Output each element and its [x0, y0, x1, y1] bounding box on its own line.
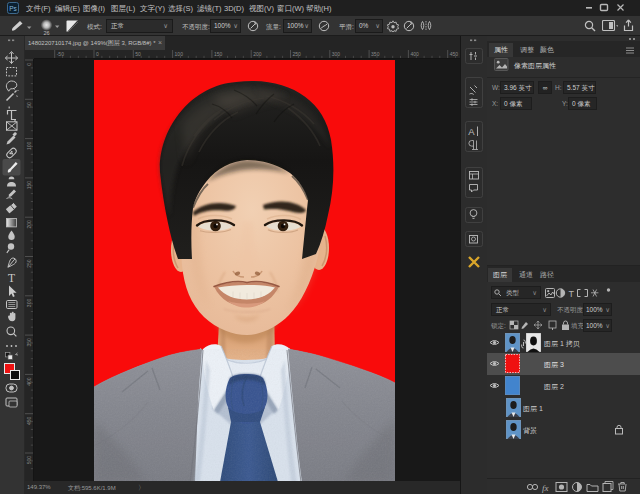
- svg-text:250: 250: [26, 259, 32, 268]
- svg-text:200: 200: [253, 51, 262, 57]
- svg-text:0: 0: [96, 51, 99, 57]
- svg-text:150: 150: [26, 181, 32, 190]
- svg-text:-50: -50: [57, 51, 64, 57]
- svg-text:300: 300: [332, 51, 341, 57]
- svg-text:Ps: Ps: [9, 5, 17, 12]
- svg-text:500: 500: [26, 456, 32, 465]
- svg-text:0: 0: [26, 63, 32, 66]
- svg-text:250: 250: [293, 51, 302, 57]
- svg-text:100: 100: [26, 141, 32, 150]
- svg-text:A: A: [468, 126, 475, 137]
- svg-text:150: 150: [214, 51, 223, 57]
- svg-text:450: 450: [450, 51, 459, 57]
- svg-text:T: T: [8, 272, 15, 284]
- svg-text:300: 300: [26, 299, 32, 308]
- svg-text:350: 350: [26, 338, 32, 347]
- svg-text:100: 100: [175, 51, 184, 57]
- svg-text:200: 200: [26, 220, 32, 229]
- svg-text:400: 400: [26, 377, 32, 386]
- svg-text:450: 450: [26, 416, 32, 425]
- svg-text:400: 400: [410, 51, 419, 57]
- svg-text:350: 350: [371, 51, 380, 57]
- svg-text:fx: fx: [542, 483, 549, 493]
- svg-text:26: 26: [43, 30, 49, 36]
- svg-text:50: 50: [135, 51, 141, 57]
- svg-text:T: T: [569, 289, 575, 299]
